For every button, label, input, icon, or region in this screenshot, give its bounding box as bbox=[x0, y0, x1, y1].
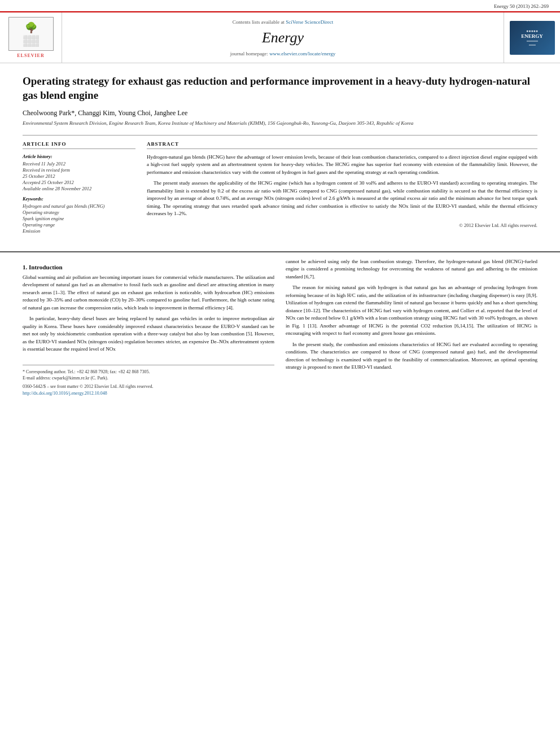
footnote-area: * Corresponding author. Tel.: +82 42 868… bbox=[23, 365, 274, 396]
homepage-link[interactable]: www.elsevier.com/locate/energy bbox=[269, 51, 335, 56]
journal-banner: 🌳 ⬜⬜⬜⬜⬜⬜⬜⬜⬜⬜⬜⬜ ELSEVIER Contents lists a… bbox=[0, 12, 560, 63]
sciverse-link[interactable]: SciVerse ScienceDirect bbox=[286, 19, 333, 25]
elsevier-wordmark: ELSEVIER bbox=[17, 53, 44, 58]
keyword-3: Spark ignition engine bbox=[23, 216, 135, 221]
body-left-para-2: In particular, heavy-duty diesel buses a… bbox=[23, 315, 274, 353]
main-body: 1. Introduction Global warming and air p… bbox=[0, 251, 560, 408]
copyright-line: © 2012 Elsevier Ltd. All rights reserved… bbox=[147, 222, 537, 228]
keywords-label: Keywords: bbox=[23, 196, 135, 202]
body-right-para-3: In the present study, the combustion and… bbox=[286, 341, 537, 372]
article-info-col: Article Info Article history: Received 1… bbox=[23, 141, 135, 234]
abstract-section-label: ABSTRACT bbox=[147, 141, 537, 149]
energy-badge: ●●●●● ENERGY ━━━━━ ━━━ bbox=[510, 21, 555, 55]
journal-ref: Energy 50 (2013) 262–269 bbox=[494, 3, 549, 9]
section1-heading: 1. Introduction bbox=[23, 264, 274, 270]
affiliation: Environmental System Research Division, … bbox=[23, 120, 537, 127]
article-two-col: Article Info Article history: Received 1… bbox=[23, 135, 537, 234]
body-left-col: 1. Introduction Global warming and air p… bbox=[23, 258, 274, 396]
doi-link[interactable]: http://dx.doi.org/10.1016/j.energy.2012.… bbox=[23, 391, 107, 396]
article-content: Operating strategy for exhaust gas reduc… bbox=[0, 63, 560, 246]
history-item-3: 25 October 2012 bbox=[23, 173, 135, 179]
history-item-5: Available online 28 November 2012 bbox=[23, 186, 135, 191]
body-right-para-2: The reason for mixing natural gas with h… bbox=[286, 284, 537, 338]
abstract-para-1: Hydrogen-natural gas blends (HCNG) have … bbox=[147, 154, 537, 177]
body-left-para-1: Global warming and air pollution are bec… bbox=[23, 274, 274, 312]
journal-name: Energy bbox=[262, 29, 304, 46]
elsevier-logo: 🌳 ⬜⬜⬜⬜⬜⬜⬜⬜⬜⬜⬜⬜ ELSEVIER bbox=[0, 12, 62, 63]
sciverse-line: Contents lists available at SciVerse Sci… bbox=[233, 19, 334, 25]
journal-right-logo: ●●●●● ENERGY ━━━━━ ━━━ bbox=[504, 12, 560, 63]
body-right-col: cannot be achieved using only the lean c… bbox=[286, 258, 537, 396]
authors: Cheolwoong Park*, Changgi Kim, Young Cho… bbox=[23, 109, 537, 117]
keyword-1: Hydrogen and natural gas blends (HCNG) bbox=[23, 203, 135, 209]
article-title: Operating strategy for exhaust gas reduc… bbox=[23, 75, 537, 102]
article-history-label: Article history: bbox=[23, 154, 135, 159]
abstract-para-2: The present study assesses the applicabi… bbox=[147, 180, 537, 218]
elsevier-logo-box: 🌳 ⬜⬜⬜⬜⬜⬜⬜⬜⬜⬜⬜⬜ bbox=[8, 17, 54, 51]
body-right-text: cannot be achieved using only the lean c… bbox=[286, 258, 537, 372]
keyword-5: Emission bbox=[23, 228, 135, 234]
footnote-email: E-mail address: cwpark@kimm.re.kr (C. Pa… bbox=[23, 375, 274, 381]
history-item-2: Received in revised form bbox=[23, 167, 135, 173]
history-item-1: Received 11 July 2012 bbox=[23, 161, 135, 167]
abstract-col: ABSTRACT Hydrogen-natural gas blends (HC… bbox=[147, 141, 537, 234]
keyword-2: Operating strategy bbox=[23, 209, 135, 215]
elsevier-tree-icon: 🌳 bbox=[25, 21, 37, 34]
journal-homepage: journal homepage: www.elsevier.com/locat… bbox=[230, 51, 336, 56]
body-right-para-1: cannot be achieved using only the lean c… bbox=[286, 258, 537, 281]
abstract-text: Hydrogen-natural gas blends (HCNG) have … bbox=[147, 154, 537, 218]
keyword-4: Operating range bbox=[23, 222, 135, 228]
footnote-issn: 0360-5442/$ – see front matter © 2012 El… bbox=[23, 383, 274, 390]
history-item-4: Accepted 25 October 2012 bbox=[23, 180, 135, 185]
body-left-text: Global warming and air pollution are bec… bbox=[23, 274, 274, 353]
article-info-section-label: Article Info bbox=[23, 141, 135, 149]
journal-center: Contents lists available at SciVerse Sci… bbox=[62, 12, 504, 63]
page: Energy 50 (2013) 262–269 🌳 ⬜⬜⬜⬜⬜⬜⬜⬜⬜⬜⬜⬜ … bbox=[0, 0, 560, 747]
journal-header: Energy 50 (2013) 262–269 bbox=[0, 0, 560, 12]
footnote-corresponding: * Corresponding author. Tel.: +82 42 868… bbox=[23, 369, 274, 375]
body-two-col: 1. Introduction Global warming and air p… bbox=[23, 258, 537, 396]
footnote-doi: http://dx.doi.org/10.1016/j.energy.2012.… bbox=[23, 390, 274, 396]
